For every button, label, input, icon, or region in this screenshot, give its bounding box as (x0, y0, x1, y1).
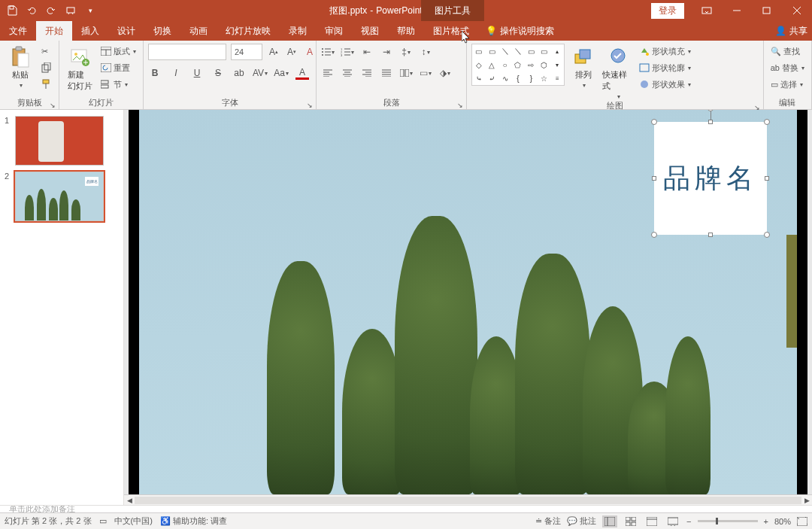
tab-transitions[interactable]: 切换 (144, 21, 180, 41)
resize-handle-n[interactable] (708, 120, 713, 124)
normal-view-icon[interactable] (602, 515, 617, 527)
tab-insert[interactable]: 插入 (72, 21, 108, 41)
login-button[interactable]: 登录 (651, 3, 684, 19)
change-case-icon[interactable]: Aa▾ (274, 66, 288, 80)
sorter-view-icon[interactable] (623, 515, 638, 527)
dialog-launcher-icon[interactable]: ↘ (50, 102, 56, 109)
thumbnail-2[interactable]: 2 品牌名 (0, 169, 123, 224)
select-button[interactable]: ▭选择▾ (768, 77, 807, 92)
new-slide-button[interactable]: 新建 幻灯片 (64, 44, 95, 92)
decrease-indent-icon[interactable]: ⇤ (360, 45, 374, 59)
dialog-launcher-icon[interactable]: ↘ (457, 102, 463, 109)
find-button[interactable]: 🔍查找 (768, 44, 807, 59)
tab-view[interactable]: 视图 (352, 21, 388, 41)
cut-button[interactable]: ✂ (39, 44, 54, 59)
format-painter-button[interactable] (39, 77, 54, 92)
zoom-level[interactable]: 80% (774, 517, 791, 526)
zoom-out-icon[interactable]: − (686, 517, 691, 526)
reading-view-icon[interactable] (644, 515, 659, 527)
italic-icon[interactable]: I (169, 66, 183, 80)
increase-font-icon[interactable]: A▴ (267, 45, 280, 59)
bullets-icon[interactable]: ▾ (321, 45, 335, 59)
arrange-button[interactable]: 排列▾ (568, 44, 599, 89)
shape-effects-button[interactable]: 形状效果▾ (637, 77, 693, 92)
save-icon[interactable] (5, 3, 20, 18)
resize-handle-s[interactable] (708, 233, 713, 237)
spellcheck-icon[interactable]: ▭ (99, 516, 107, 526)
accessibility-checker[interactable]: ♿ 辅助功能: 调查 (160, 515, 227, 527)
align-center-icon[interactable] (341, 66, 354, 80)
resize-handle-ne[interactable] (764, 119, 770, 125)
dialog-launcher-icon[interactable]: ↘ (307, 102, 313, 109)
section-button[interactable]: 节▾ (98, 77, 138, 92)
tab-home[interactable]: 开始 (36, 21, 72, 41)
paste-button[interactable]: 粘贴 ▾ (5, 44, 36, 89)
text-direction-icon[interactable]: ↕▾ (419, 45, 432, 59)
resize-handle-w[interactable] (652, 176, 656, 181)
tab-picture-format[interactable]: 图片格式 (424, 21, 478, 41)
qat-customize-icon[interactable]: ▾ (83, 3, 98, 18)
strike-icon[interactable]: S (211, 66, 225, 80)
redo-icon[interactable] (44, 3, 59, 18)
scroll-right-icon[interactable]: ▶ (801, 496, 812, 505)
char-spacing-icon[interactable]: AV▾ (253, 66, 267, 80)
font-family-combo[interactable] (148, 44, 226, 60)
tab-record[interactable]: 录制 (280, 21, 316, 41)
tab-slideshow[interactable]: 幻灯片放映 (217, 21, 280, 41)
bold-icon[interactable]: B (148, 66, 162, 80)
columns-icon[interactable]: ▾ (399, 66, 413, 80)
notes-toggle[interactable]: ≐ 备注 (535, 515, 561, 527)
resize-handle-e[interactable] (765, 176, 769, 181)
numbering-icon[interactable]: 123▾ (341, 45, 354, 59)
tell-me-search[interactable]: 💡 操作说明搜索 (486, 25, 554, 38)
align-right-icon[interactable] (360, 66, 374, 80)
notes-pane[interactable]: 单击此处添加备注 (0, 505, 812, 512)
tab-review[interactable]: 审阅 (316, 21, 352, 41)
scroll-left-icon[interactable]: ◀ (124, 496, 135, 505)
underline-icon[interactable]: U (190, 66, 204, 80)
tab-animations[interactable]: 动画 (180, 21, 217, 41)
shape-outline-button[interactable]: 形状轮廓▾ (637, 60, 693, 75)
start-slideshow-icon[interactable] (63, 3, 78, 18)
align-text-icon[interactable]: ▭▾ (419, 66, 432, 80)
copy-button[interactable] (39, 60, 54, 75)
language-indicator[interactable]: 中文(中国) (114, 515, 153, 527)
thumbnail-1[interactable]: 1 (0, 113, 123, 169)
slide-canvas[interactable]: 品牌名 (129, 110, 807, 494)
align-left-icon[interactable] (321, 66, 335, 80)
replace-button[interactable]: ab替换▾ (768, 60, 807, 75)
shadow-icon[interactable]: ab (232, 66, 246, 80)
resize-handle-nw[interactable] (651, 119, 657, 125)
horizontal-scrollbar[interactable]: ◀ ▶ (124, 494, 812, 505)
shape-fill-button[interactable]: 形状填充▾ (637, 44, 693, 59)
decrease-font-icon[interactable]: A▾ (285, 45, 298, 59)
font-size-combo[interactable]: 24 (231, 44, 262, 60)
slide-thumbnail-panel[interactable]: 1 2 品牌名 (0, 110, 124, 505)
quick-styles-button[interactable]: 快速样式▾ (602, 44, 634, 100)
slideshow-view-icon[interactable] (665, 515, 680, 527)
ribbon-options-icon[interactable] (692, 0, 722, 21)
fit-window-icon[interactable] (797, 517, 807, 526)
resize-handle-se[interactable] (764, 232, 770, 238)
zoom-slider[interactable] (698, 520, 758, 522)
zoom-in-icon[interactable]: + (764, 517, 768, 526)
increase-indent-icon[interactable]: ⇥ (380, 45, 393, 59)
comments-toggle[interactable]: 💬 批注 (567, 515, 596, 527)
smartart-icon[interactable]: ⬗▾ (438, 66, 452, 80)
resize-handle-sw[interactable] (651, 232, 657, 238)
layout-button[interactable]: 版式▾ (98, 44, 138, 59)
shapes-gallery[interactable]: ▭▭＼＼▭▭▴ ◇△○⬠⇨⬡▾ ⤷⤶∿{}☆≡ (471, 44, 565, 86)
minimize-icon[interactable] (722, 0, 752, 21)
tab-file[interactable]: 文件 (0, 21, 36, 41)
selected-text-box[interactable]: 品牌名 (654, 122, 767, 235)
undo-icon[interactable] (24, 3, 39, 18)
reset-button[interactable]: 重置 (98, 60, 138, 75)
tab-design[interactable]: 设计 (108, 21, 144, 41)
font-color-icon[interactable]: A (295, 66, 309, 80)
share-button[interactable]: 👤 共享 (775, 25, 812, 38)
clear-format-icon[interactable]: A (303, 45, 317, 59)
close-icon[interactable] (782, 0, 812, 21)
tab-help[interactable]: 帮助 (388, 21, 424, 41)
slide-editor[interactable]: 品牌名 ◀ ▶ (124, 110, 812, 505)
justify-icon[interactable] (380, 66, 393, 80)
